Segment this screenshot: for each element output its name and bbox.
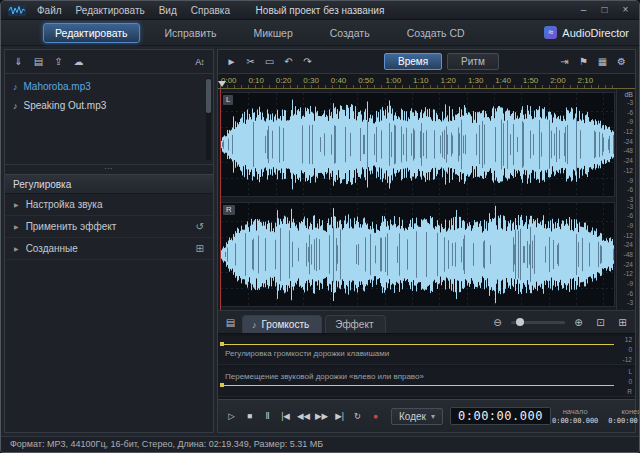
- file-list-scrollbar[interactable]: [206, 78, 211, 160]
- close-button[interactable]: ×: [615, 2, 636, 18]
- import-folder-icon[interactable]: ▤: [30, 53, 47, 70]
- tab-produce[interactable]: Создать: [318, 23, 382, 43]
- ruler-tick: 0:50: [358, 76, 374, 85]
- go-to-end-button[interactable]: ▶|: [331, 407, 348, 425]
- db-scale-right-channel: -3-6-9-12-24-48-24-12-9-6-3: [617, 204, 633, 308]
- chevron-right-icon: ▶: [14, 245, 19, 252]
- brand-icon: ≈: [544, 26, 557, 39]
- stop-button[interactable]: ■: [241, 407, 258, 425]
- codec-button[interactable]: Кодек ▾: [391, 408, 443, 425]
- settings-icon[interactable]: ⚙: [613, 53, 630, 70]
- play-button[interactable]: ▷: [223, 407, 240, 425]
- tab-volume[interactable]: ♪ Громкость: [242, 315, 322, 333]
- maximize-button[interactable]: □: [594, 2, 615, 18]
- fast-forward-button[interactable]: ▶▶: [313, 407, 330, 425]
- chevron-down-icon: ▾: [431, 412, 435, 421]
- zoom-controls: ⊖ ⊕ ⊡ ⊞: [489, 314, 631, 331]
- tab-effect[interactable]: Эффект: [325, 315, 386, 333]
- ruler-tick: 1:30: [468, 76, 484, 85]
- scrollbar-thumb[interactable]: [206, 79, 211, 113]
- lane-scale: L0R: [618, 369, 632, 395]
- db-label: -12: [617, 168, 633, 175]
- zoom-selection-icon[interactable]: ⊞: [614, 314, 631, 331]
- volume-automation-line[interactable]: [220, 344, 614, 345]
- import-media-icon[interactable]: ⇓: [10, 53, 27, 70]
- ruler-tick: 1:00: [386, 76, 402, 85]
- rewind-button[interactable]: ◀◀: [295, 407, 312, 425]
- ruler-tick: 0:40: [331, 76, 347, 85]
- scissors-icon[interactable]: ✂: [242, 53, 259, 70]
- marker-icon[interactable]: ⚑: [575, 53, 592, 70]
- loop-button[interactable]: ↻: [349, 407, 366, 425]
- file-row-mahoroba[interactable]: ♪ Mahoroba.mp3: [5, 77, 213, 96]
- menubar: Файл Редактировать Вид Справка: [30, 5, 237, 16]
- lane-options-icon[interactable]: ▤: [222, 314, 239, 331]
- ruler-tick: 1:10: [413, 76, 429, 85]
- playhead-marker[interactable]: [218, 81, 226, 87]
- music-note-icon: ♪: [13, 101, 18, 111]
- channel-label-right: R: [223, 205, 235, 215]
- tab-create-cd[interactable]: Создать CD: [395, 23, 477, 43]
- waveform-channel-right[interactable]: R: [220, 202, 615, 307]
- zoom-slider[interactable]: [511, 321, 565, 324]
- menu-edit[interactable]: Редактировать: [69, 5, 152, 16]
- db-label: -9: [617, 223, 633, 230]
- volume-automation-lane[interactable]: Регулировка громкости дорожки клавишами …: [218, 336, 635, 365]
- menu-file[interactable]: Файл: [30, 5, 69, 16]
- timeline-ruler[interactable]: 0:000:100:200:300:400:501:001:101:201:30…: [218, 74, 635, 89]
- redo-icon[interactable]: ↷: [299, 53, 316, 70]
- zoom-out-icon[interactable]: ⊖: [489, 314, 506, 331]
- history-icon[interactable]: ↺: [196, 221, 204, 232]
- zoom-in-icon[interactable]: ⊕: [570, 314, 587, 331]
- record-button[interactable]: ●: [367, 407, 384, 425]
- db-label: -24: [617, 139, 633, 146]
- tab-restore[interactable]: Исправить: [153, 23, 229, 43]
- transport-bar: ▷■Ⅱ|◀◀◀▶▶▶|↻● Кодек ▾ 0:00:00.000 начало…: [218, 399, 635, 432]
- zoom-fit-icon[interactable]: ⊡: [592, 314, 609, 331]
- zoom-slider-knob[interactable]: [516, 318, 524, 326]
- library-toolbar: ⇓ ▤ ⇪ ☁ A↕: [5, 50, 213, 74]
- adjust-item-created[interactable]: ▶ Созданные ⊞: [5, 238, 213, 260]
- waveform-canvas-right[interactable]: [221, 203, 614, 306]
- trim-icon[interactable]: ⇥: [556, 53, 573, 70]
- pan-automation-point[interactable]: [220, 383, 224, 387]
- cloud-icon[interactable]: ☁: [70, 53, 87, 70]
- lane-scale-label: R: [618, 389, 632, 396]
- pan-automation-lane[interactable]: Перемещение звуковой дорожки «влево или …: [218, 368, 635, 397]
- adjust-item-apply-effect[interactable]: ▶ Применить эффект ↺: [5, 216, 213, 238]
- audiodirector-window: Файл Редактировать Вид Справка Новый про…: [0, 0, 640, 453]
- adjust-item-sound-setup[interactable]: ▶ Настройка звука: [5, 194, 213, 216]
- db-label: -12: [617, 129, 633, 136]
- menu-view[interactable]: Вид: [152, 5, 184, 16]
- pan-automation-line[interactable]: [220, 385, 614, 386]
- beat-mode-button[interactable]: Ритм: [447, 53, 499, 70]
- ruler-tick: 2:10: [578, 76, 594, 85]
- music-note-icon: ♪: [13, 82, 18, 92]
- pause-button[interactable]: Ⅱ: [259, 407, 276, 425]
- tab-edit[interactable]: Редактировать: [43, 23, 140, 43]
- export-icon[interactable]: ⇪: [50, 53, 67, 70]
- select-tool-icon[interactable]: ►: [223, 53, 240, 70]
- tab-mixer[interactable]: Микшер: [241, 23, 304, 43]
- add-preset-icon[interactable]: ⊞: [196, 243, 204, 254]
- time-mode-button[interactable]: Время: [384, 53, 442, 70]
- automation-lanes: Регулировка громкости дорожки клавишами …: [218, 333, 635, 399]
- file-name: Mahoroba.mp3: [24, 81, 91, 92]
- db-label: -12: [617, 233, 633, 240]
- eraser-icon[interactable]: ▭: [261, 53, 278, 70]
- keyboard-icon[interactable]: ▦: [594, 53, 611, 70]
- undo-icon[interactable]: ↶: [280, 53, 297, 70]
- go-to-start-button[interactable]: |◀: [277, 407, 294, 425]
- codec-label: Кодек: [399, 411, 426, 422]
- menu-help[interactable]: Справка: [184, 5, 237, 16]
- db-label: -6: [617, 291, 633, 298]
- waveform-channel-left[interactable]: L: [220, 92, 615, 197]
- volume-automation-point[interactable]: [220, 342, 224, 346]
- sort-icon[interactable]: A↕: [191, 53, 208, 70]
- file-row-speaking-out[interactable]: ♪ Speaking Out.mp3: [5, 96, 213, 115]
- waveform-canvas-left[interactable]: [221, 93, 614, 196]
- panel-resize-handle[interactable]: ⋯: [5, 164, 213, 174]
- db-scale: dB -3-6-9-12-24-48-24-12-9-6-3 -3-6-9-12…: [616, 89, 635, 310]
- lane-scale-label: 12: [618, 337, 632, 344]
- minimize-button[interactable]: –: [573, 2, 594, 18]
